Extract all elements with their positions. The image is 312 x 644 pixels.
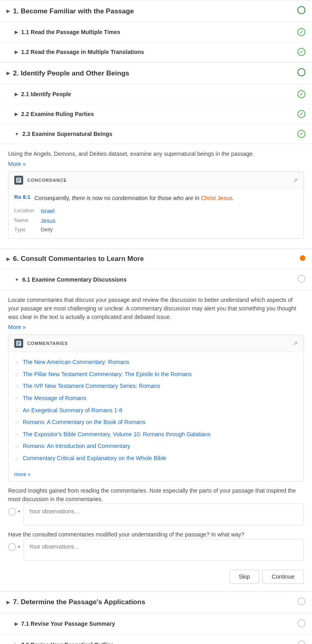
dot-orange-icon bbox=[300, 255, 306, 261]
obs-input-row-1: ▼ bbox=[8, 504, 304, 526]
section-6-title: 6. Consult Commentaries to Learn More bbox=[13, 255, 300, 263]
section-1-title: 1. Become Familiar with the Passage bbox=[13, 7, 297, 15]
skip-button[interactable]: Skip bbox=[230, 570, 259, 584]
section-2-chevron: ▶ bbox=[6, 71, 10, 76]
meta-value-location[interactable]: Israel bbox=[41, 207, 59, 216]
commentary-list-item: ☆The Message of Romans bbox=[14, 392, 298, 405]
commentary-link[interactable]: An Exegetical Summary of Romans 1-8 bbox=[23, 407, 122, 415]
section-2-3-header[interactable]: ▼ 2.3 Examine Supernatural Beings ✓ bbox=[0, 124, 312, 144]
section-7-1-title: 7.1 Revise Your Passage Summary bbox=[21, 620, 297, 627]
observation-block-1: Record insights gained from reading the … bbox=[8, 487, 304, 526]
observation-textarea-1[interactable] bbox=[24, 504, 304, 526]
section-7-2-status bbox=[297, 640, 306, 644]
section-2-3-description: Using the Angels, Demons, and Deities da… bbox=[8, 150, 304, 158]
section-7-header[interactable]: ▶ 7. Determine the Passage's Application… bbox=[0, 591, 312, 614]
section-2-1-status: ✓ bbox=[297, 90, 306, 98]
circle-empty-icon bbox=[297, 619, 306, 627]
star-icon[interactable]: ☆ bbox=[14, 359, 20, 366]
commentary-link[interactable]: The IVP New Testament Commentary Series:… bbox=[23, 382, 160, 390]
star-icon[interactable]: ☆ bbox=[14, 455, 20, 462]
section-2-1-header[interactable]: ▶ 2.1 Identify People ✓ bbox=[0, 84, 312, 104]
section-2-3-content: Using the Angels, Demons, and Deities da… bbox=[0, 144, 312, 249]
circle-empty-icon bbox=[297, 597, 306, 605]
meta-value-name[interactable]: Jesus bbox=[41, 216, 59, 226]
obs-caret-2: ▼ bbox=[17, 545, 21, 549]
obs-dot-1 bbox=[8, 508, 16, 516]
star-icon[interactable]: ☆ bbox=[14, 407, 20, 414]
commentaries-card: COMMENTARIES ↗ ☆The New American Comment… bbox=[8, 334, 304, 481]
commentary-link[interactable]: The New American Commentary: Romans bbox=[23, 358, 129, 366]
expand-icon[interactable]: ↗ bbox=[293, 177, 298, 183]
section-2-3-more-link[interactable]: More » bbox=[8, 161, 26, 167]
observation-label-1: Record insights gained from reading the … bbox=[8, 487, 304, 504]
concordance-card-header: CONCORDANCE ↗ bbox=[9, 172, 303, 189]
section-6-status bbox=[300, 255, 306, 263]
commentary-list-item: ☆Romans: An Introduction and Commentary bbox=[14, 440, 298, 452]
section-1-header[interactable]: ▶ 1. Become Familiar with the Passage bbox=[0, 0, 312, 22]
section-7-2-header[interactable]: ▶ 7.2 Revise Your Exegetical Outline bbox=[0, 635, 312, 644]
section-6-header[interactable]: ▶ 6. Consult Commentaries to Learn More bbox=[0, 249, 312, 269]
obs-caret-1: ▼ bbox=[17, 509, 21, 514]
observation-label-2: Have the consulted commentaries modified… bbox=[8, 530, 304, 539]
section-1-1-header[interactable]: ▶ 1.1 Read the Passage Multiple Times ✓ bbox=[0, 22, 312, 42]
star-icon[interactable]: ☆ bbox=[14, 383, 20, 390]
section-7-status bbox=[297, 597, 306, 607]
commentary-list-item: ☆The IVP New Testament Commentary Series… bbox=[14, 380, 298, 392]
check-green-icon: ✓ bbox=[297, 130, 306, 138]
verse-row: Ro 8:1 Consequently, there is now no con… bbox=[14, 194, 298, 202]
commentary-list-item: ☆An Exegetical Summary of Romans 1-8 bbox=[14, 405, 298, 417]
section-7-1-header[interactable]: ▶ 7.1 Revise Your Passage Summary bbox=[0, 614, 312, 635]
commentary-link[interactable]: Romans: An Introduction and Commentary bbox=[23, 442, 130, 450]
section-2-header[interactable]: ▶ 2. Identify People and Other Beings bbox=[0, 62, 312, 84]
section-6-1-more-link[interactable]: More » bbox=[8, 324, 26, 330]
star-icon[interactable]: ☆ bbox=[14, 419, 20, 426]
obs-indicator-1: ▼ bbox=[8, 504, 24, 516]
section-2-status bbox=[297, 68, 306, 78]
meta-label-type: Type bbox=[14, 226, 41, 233]
section-2-title: 2. Identify People and Other Beings bbox=[13, 69, 297, 78]
circle-green-icon bbox=[297, 6, 306, 14]
observation-textarea-2[interactable] bbox=[24, 539, 304, 561]
meta-label-location: Location bbox=[14, 207, 41, 216]
obs-dot-2 bbox=[8, 543, 16, 551]
section-7-1-chevron: ▶ bbox=[15, 621, 18, 627]
star-icon[interactable]: ☆ bbox=[14, 443, 20, 450]
section-1-2-header[interactable]: ▶ 1.2 Read the Passage in Multiple Trans… bbox=[0, 42, 312, 62]
section-1-1-title: 1.1 Read the Passage Multiple Times bbox=[21, 29, 297, 35]
commentary-list: ☆The New American Commentary: Romans☆The… bbox=[9, 352, 303, 468]
section-1-chevron: ▶ bbox=[6, 9, 10, 14]
continue-button[interactable]: Continue bbox=[262, 570, 304, 584]
section-2-2-status: ✓ bbox=[297, 110, 306, 118]
commentaries-more-link[interactable]: more » bbox=[9, 469, 303, 481]
section-6-1-content: Locate commentaries that discuss your pa… bbox=[0, 290, 312, 591]
commentary-link[interactable]: The Pillar New Testament Commentary: The… bbox=[23, 370, 192, 379]
commentary-link[interactable]: Romans: A Commentary on the Book of Roma… bbox=[23, 418, 145, 426]
commentary-link[interactable]: The Expositor's Bible Commentary, Volume… bbox=[23, 431, 210, 439]
section-7-1-status bbox=[297, 619, 306, 629]
star-icon[interactable]: ☆ bbox=[14, 431, 20, 438]
circle-green-icon bbox=[297, 68, 306, 76]
section-1-2-chevron: ▶ bbox=[15, 50, 18, 55]
section-1-1-status: ✓ bbox=[297, 28, 306, 36]
circle-empty-icon bbox=[297, 640, 306, 644]
section-6-1-header[interactable]: ▼ 6.1 Examine Commentary Discussions bbox=[0, 269, 312, 290]
concordance-card: CONCORDANCE ↗ Ro 8:1 Consequently, there… bbox=[8, 171, 304, 239]
commentary-link[interactable]: Commentary Critical and Explanatory on t… bbox=[23, 454, 166, 463]
commentary-list-item: ☆Romans: A Commentary on the Book of Rom… bbox=[14, 416, 298, 429]
name-link[interactable]: Jesus bbox=[41, 218, 56, 224]
button-row: Skip Continue bbox=[8, 566, 304, 585]
observation-block-2: Have the consulted commentaries modified… bbox=[8, 530, 304, 561]
star-icon[interactable]: ☆ bbox=[14, 371, 20, 378]
section-2-2-header[interactable]: ▶ 2.2 Examine Ruling Parties ✓ bbox=[0, 104, 312, 124]
commentaries-expand-icon[interactable]: ↗ bbox=[293, 340, 298, 347]
section-2-3-chevron: ▼ bbox=[15, 131, 19, 136]
location-link[interactable]: Israel bbox=[41, 208, 54, 214]
star-icon[interactable]: ☆ bbox=[14, 395, 20, 402]
section-7-2-title: 7.2 Revise Your Exegetical Outline bbox=[21, 642, 297, 644]
verse-ref[interactable]: Ro 8:1 bbox=[14, 194, 30, 200]
commentary-link[interactable]: The Message of Romans bbox=[23, 394, 86, 403]
section-6-1-status bbox=[297, 275, 306, 284]
obs-indicator-2: ▼ bbox=[8, 539, 24, 551]
section-6-chevron: ▶ bbox=[6, 256, 10, 262]
section-2-2-title: 2.2 Examine Ruling Parties bbox=[21, 111, 297, 117]
